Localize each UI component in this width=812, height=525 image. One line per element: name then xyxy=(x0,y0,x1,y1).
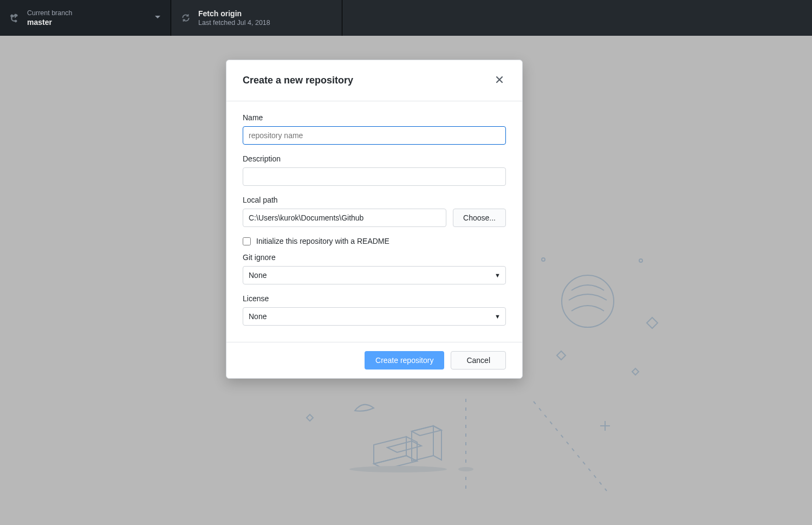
name-input[interactable] xyxy=(243,126,506,145)
current-branch-menu[interactable]: Current branch master xyxy=(0,0,171,36)
local-path-label: Local path xyxy=(243,196,506,204)
cancel-button[interactable]: Cancel xyxy=(451,351,506,370)
description-input[interactable] xyxy=(243,167,506,186)
dialog-title: Create a new repository xyxy=(243,75,353,86)
license-select[interactable]: None xyxy=(243,307,506,326)
close-button[interactable] xyxy=(493,72,506,89)
license-label: License xyxy=(243,294,506,303)
name-label: Name xyxy=(243,113,506,122)
dialog-header: Create a new repository xyxy=(226,60,522,101)
create-repository-dialog: Create a new repository Name Description… xyxy=(226,60,523,379)
gitignore-select[interactable]: None xyxy=(243,266,506,284)
fetch-origin-button[interactable]: Fetch origin Last fetched Jul 4, 2018 xyxy=(171,0,342,36)
fetch-label: Fetch origin xyxy=(198,9,270,18)
branch-name: master xyxy=(27,17,72,27)
readme-checkbox[interactable] xyxy=(243,237,251,245)
fetch-sub: Last fetched Jul 4, 2018 xyxy=(198,18,270,27)
top-toolbar: Current branch master Fetch origin Last … xyxy=(0,0,812,36)
chevron-down-icon xyxy=(154,13,161,23)
local-path-input[interactable] xyxy=(243,209,446,227)
readme-label[interactable]: Initialize this repository with a README xyxy=(256,237,389,245)
description-label: Description xyxy=(243,154,506,163)
dialog-footer: Create repository Cancel xyxy=(226,342,522,378)
sync-icon xyxy=(181,13,191,23)
close-icon xyxy=(495,74,504,86)
branch-label: Current branch xyxy=(27,9,72,17)
dialog-body: Name Description Local path Choose... In… xyxy=(226,101,522,342)
gitignore-label: Git ignore xyxy=(243,253,506,262)
choose-path-button[interactable]: Choose... xyxy=(453,209,506,227)
branch-icon xyxy=(10,13,20,23)
create-repository-button[interactable]: Create repository xyxy=(365,351,444,370)
